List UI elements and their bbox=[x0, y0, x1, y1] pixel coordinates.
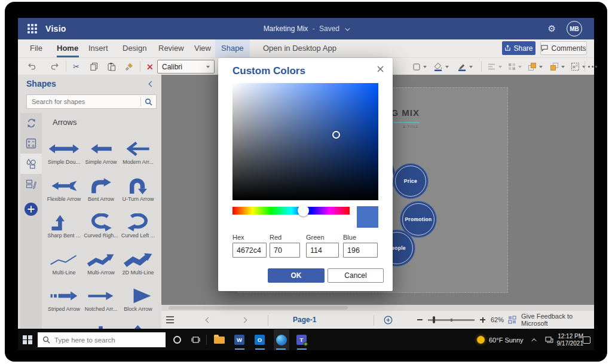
group-button[interactable] bbox=[571, 60, 586, 73]
hue-slider[interactable] bbox=[232, 207, 350, 215]
next-page-button[interactable] bbox=[242, 311, 246, 329]
shape-item[interactable]: Flexible Arrow bbox=[45, 174, 82, 211]
start-button[interactable] bbox=[23, 329, 32, 350]
add-stencil-button[interactable] bbox=[20, 199, 42, 219]
tab-design[interactable]: Design bbox=[123, 39, 146, 57]
shape-search-input[interactable] bbox=[27, 98, 140, 105]
shape-item[interactable]: 2D Multi-Line bbox=[120, 247, 157, 285]
scrollbar-thumb[interactable] bbox=[169, 306, 348, 310]
tab-review[interactable]: Review bbox=[158, 39, 184, 57]
shape-item-partial[interactable] bbox=[120, 321, 157, 329]
share-button[interactable]: Share bbox=[502, 41, 536, 55]
saturation-value-picker[interactable] bbox=[232, 83, 378, 200]
zoom-in-button[interactable] bbox=[480, 311, 485, 329]
font-dropdown[interactable]: Calibri bbox=[157, 60, 215, 74]
close-icon[interactable] bbox=[375, 63, 385, 74]
edge-icon[interactable] bbox=[274, 329, 289, 350]
shape-item[interactable]: Bent Arrow bbox=[82, 174, 120, 211]
shape-item[interactable]: Curved Righ... bbox=[82, 210, 120, 247]
taskbar-search-input[interactable] bbox=[54, 337, 166, 344]
red-field[interactable] bbox=[270, 243, 300, 258]
search-icon[interactable] bbox=[141, 98, 156, 106]
app-launcher-icon[interactable] bbox=[27, 24, 37, 33]
word-icon[interactable]: W bbox=[234, 329, 244, 350]
shape-item[interactable]: U-Turn Arrow bbox=[120, 174, 157, 211]
pages-menu-icon[interactable] bbox=[166, 311, 174, 329]
shape-item[interactable]: Multi-Line bbox=[45, 247, 82, 285]
add-page-button[interactable] bbox=[384, 311, 393, 329]
shape-item[interactable]: Striped Arrow bbox=[45, 284, 82, 321]
blue-field[interactable] bbox=[343, 243, 378, 258]
paste-button[interactable] bbox=[107, 60, 116, 73]
teams-icon[interactable]: T bbox=[296, 329, 307, 350]
shape-item[interactable]: Multi-Arrow bbox=[82, 247, 120, 285]
format-painter-button[interactable] bbox=[125, 60, 134, 73]
bring-forward-button[interactable] bbox=[528, 60, 543, 73]
copy-button[interactable] bbox=[90, 60, 99, 73]
basic-shapes-stencil-icon[interactable] bbox=[20, 154, 42, 174]
zoom-out-button[interactable] bbox=[417, 311, 423, 329]
price-circle[interactable]: Price bbox=[393, 163, 429, 199]
fill-color-button[interactable] bbox=[433, 60, 449, 73]
shape-style-button[interactable] bbox=[412, 60, 427, 73]
tab-home[interactable]: Home bbox=[57, 39, 78, 57]
tray-icon[interactable] bbox=[545, 329, 553, 350]
avatar[interactable]: MB bbox=[567, 21, 582, 36]
shape-item[interactable]: Block Arrow bbox=[120, 284, 157, 321]
weather-text[interactable]: 60°F Sunny bbox=[489, 329, 524, 350]
refresh-stencil-icon[interactable] bbox=[20, 113, 42, 133]
cortana-button[interactable] bbox=[173, 329, 181, 350]
more-commands-button[interactable] bbox=[587, 60, 598, 73]
color-picker-ring[interactable] bbox=[332, 131, 340, 139]
shape-item[interactable]: Sharp Bent ... bbox=[45, 210, 82, 247]
action-center-icon[interactable] bbox=[583, 329, 590, 350]
document-title[interactable]: Marketing Mix - Saved bbox=[18, 25, 594, 33]
collapse-panel-icon[interactable] bbox=[149, 81, 155, 87]
cut-button[interactable]: ✂ bbox=[73, 60, 79, 73]
open-in-desktop-button[interactable]: Open in Desktop App bbox=[263, 39, 336, 57]
line-color-button[interactable] bbox=[457, 60, 473, 73]
zoom-level[interactable]: 62% bbox=[491, 311, 504, 329]
comments-button[interactable]: Comments bbox=[540, 41, 587, 55]
task-view-button[interactable] bbox=[191, 329, 200, 350]
align-button[interactable] bbox=[487, 60, 502, 73]
shape-item[interactable]: Simple Arrow bbox=[82, 137, 120, 174]
horizontal-scrollbar[interactable] bbox=[161, 305, 594, 311]
file-explorer-icon[interactable] bbox=[214, 329, 225, 350]
weather-icon[interactable] bbox=[477, 329, 485, 350]
redo-button[interactable] bbox=[50, 60, 59, 73]
zoom-slider[interactable] bbox=[428, 319, 475, 321]
feedback-link[interactable]: Give Feedback to Microsoft bbox=[521, 311, 594, 329]
clock[interactable]: 12:12 PM 9/17/2021 bbox=[555, 329, 583, 350]
tray-expand-icon[interactable] bbox=[533, 329, 537, 350]
tab-file[interactable]: File bbox=[30, 39, 42, 57]
shape-item[interactable]: Curved Left ... bbox=[120, 210, 157, 247]
settings-gear-icon[interactable]: ⚙ bbox=[548, 23, 556, 34]
tab-view[interactable]: View bbox=[194, 39, 211, 57]
hex-field[interactable] bbox=[232, 243, 267, 258]
fit-page-button[interactable] bbox=[508, 311, 516, 329]
hue-slider-thumb[interactable] bbox=[298, 205, 309, 216]
cancel-button[interactable]: Cancel bbox=[328, 268, 384, 283]
prev-page-button[interactable] bbox=[206, 311, 210, 329]
shape-item-partial[interactable] bbox=[82, 321, 120, 329]
ok-button[interactable]: OK bbox=[268, 268, 325, 283]
page-tab[interactable]: Page-1 bbox=[293, 311, 316, 329]
zoom-slider-thumb[interactable] bbox=[433, 316, 435, 323]
undo-button[interactable] bbox=[27, 60, 36, 73]
tab-shape[interactable]: Shape bbox=[215, 39, 250, 57]
shape-search-box[interactable] bbox=[26, 94, 157, 109]
shape-item[interactable]: Simple Dou... bbox=[45, 137, 82, 174]
send-backward-button[interactable] bbox=[550, 60, 565, 73]
shape-item[interactable]: Modern Arr... bbox=[120, 137, 157, 174]
operators-stencil-icon[interactable] bbox=[20, 133, 42, 154]
shape-item[interactable]: Notched Arr... bbox=[82, 284, 120, 321]
taskbar-search-box[interactable] bbox=[38, 332, 166, 347]
green-field[interactable] bbox=[306, 243, 339, 258]
tab-insert[interactable]: Insert bbox=[88, 39, 108, 57]
edit-stencil-icon[interactable] bbox=[20, 174, 42, 194]
delete-button[interactable]: ✕ bbox=[146, 60, 154, 73]
shape-item-partial[interactable] bbox=[45, 321, 82, 329]
outlook-icon[interactable]: O bbox=[255, 329, 265, 350]
position-button[interactable] bbox=[508, 60, 522, 73]
